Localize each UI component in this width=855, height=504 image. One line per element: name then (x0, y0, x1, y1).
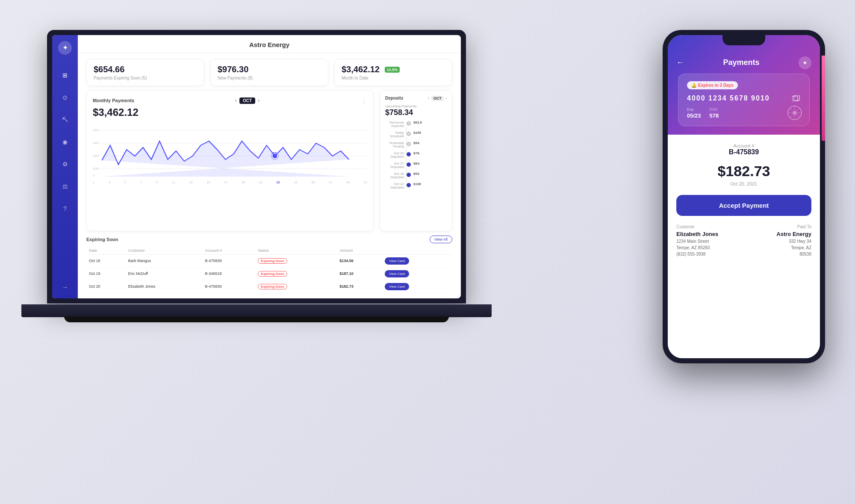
deposits-header: Deposits ‹ OCT › (385, 96, 447, 101)
phone-back-button[interactable]: ← (676, 58, 684, 67)
deposit-item: Oct 16 Deposited $53. (385, 172, 447, 179)
cell-amount: $187.10 (337, 267, 382, 280)
stats-row: $654.66 Payments Expiring Soon (5) $976.… (78, 53, 461, 90)
sidebar-item-bank[interactable]: ⛏ (60, 115, 70, 125)
deposit-dot-deposited (407, 152, 411, 156)
deposit-dot-deposited (407, 173, 411, 177)
cell-status: Expiring Soon (255, 280, 337, 293)
expiring-section: Expiring Soon View All Date Customer Acc… (78, 236, 461, 298)
exp-label: Exp (687, 107, 701, 112)
phone-header-top: ← Payments ✦ (676, 56, 811, 69)
view-card-button[interactable]: View Card (385, 283, 409, 290)
expiring-table: Date Customer Account # Status Amount Oc… (86, 247, 452, 293)
chart-svg: 400 300 200 100 0 22 (93, 122, 367, 177)
logo-icon: ✦ (62, 44, 68, 52)
laptop-foot (64, 316, 449, 322)
stat-card-new: $976.30 New Payments (8) (210, 59, 328, 86)
deposit-item: Tomorrow Expected $62.8 (385, 121, 447, 127)
sidebar: ✦ ⊞ ⊙ ⛏ ◉ ⚙ ⚖ ? → (52, 35, 78, 298)
view-all-button[interactable]: View All (430, 236, 452, 243)
stat-label-new: New Payments (8) (218, 76, 321, 80)
customer-address1: 1234 Main Street (676, 238, 744, 245)
sidebar-item-payments[interactable]: ⊙ (60, 92, 70, 103)
col-date: Date (86, 247, 126, 255)
deposits-next-btn[interactable]: › (445, 96, 447, 100)
sidebar-item-settings[interactable]: ⚙ (60, 159, 70, 169)
cell-action: View Card (382, 254, 452, 267)
view-card-button[interactable]: View Card (385, 270, 409, 277)
deposit-dot-pending (407, 121, 411, 126)
copy-icon[interactable] (792, 95, 801, 101)
svg-text:22: 22 (273, 151, 277, 155)
cell-action: View Card (382, 280, 452, 293)
phone-body-content: Account # B-475839 $182.73 Oct 20, 2021 … (668, 135, 820, 358)
laptop-base (21, 304, 492, 317)
sidebar-item-dashboard[interactable]: ⊞ (60, 70, 70, 80)
cell-customer: Barb Mangus (126, 254, 203, 267)
table-row: Oct 19 Eric McDuff B-346518 Expiring Soo… (86, 267, 452, 280)
status-badge: Expiring Soon (258, 284, 287, 289)
stat-label-mtd: Month to Date (342, 76, 445, 80)
sidebar-item-account[interactable]: ◉ (60, 137, 70, 147)
customer-info: Customer Elizabeth Jones 1234 Main Stree… (676, 224, 811, 257)
sidebar-item-filters[interactable]: ⚖ (60, 181, 70, 192)
customer-address2: Tempe, AZ 85283 (676, 245, 744, 251)
status-badge: Expiring Soon (258, 271, 287, 277)
month-tag: OCT (239, 97, 255, 104)
accept-payment-button[interactable]: Accept Payment (676, 195, 811, 216)
stat-badge-mtd: 12.5% (385, 67, 400, 73)
table-row: Oct 20 Elizabeth Jones B-475839 Expiring… (86, 280, 452, 293)
deposit-item: Today Scheduled $105 (385, 131, 447, 138)
deposit-item: Oct 17 Deposited $84. (385, 162, 447, 168)
svg-text:400: 400 (93, 128, 99, 132)
col-amount: Amount (337, 247, 382, 255)
chart-more-icon[interactable]: ⋮ (360, 97, 367, 105)
col-customer: Customer (126, 247, 203, 255)
phone-notch (722, 35, 765, 45)
customer-phone: (832) 555-3938 (676, 251, 744, 257)
month-prev-button[interactable]: ‹ (235, 97, 237, 103)
cell-date: Oct 20 (86, 280, 126, 293)
exp-value: 05/23 (687, 112, 701, 119)
deposits-month-nav: ‹ OCT › (428, 96, 447, 101)
month-nav: ‹ OCT › (235, 97, 259, 104)
sidebar-logout[interactable]: → (60, 282, 70, 292)
table-row: Oct 18 Barb Mangus B-475839 Expiring Soo… (86, 254, 452, 267)
deposit-dot-pending (407, 142, 411, 146)
expiring-header: Expiring Soon View All (86, 236, 452, 243)
laptop-body: ✦ ⊞ ⊙ ⛏ ◉ ⚙ ⚖ ? → Astro Energy (47, 30, 466, 304)
cell-status: Expiring Soon (255, 267, 337, 280)
payment-date: Oct 20, 2021 (676, 181, 811, 186)
cell-status: Expiring Soon (255, 254, 337, 267)
deposits-month-tag: OCT (431, 96, 444, 101)
stat-card-mtd: $3,462.12 12.5% Month to Date (334, 59, 452, 86)
cell-customer: Eric McDuff (126, 267, 203, 280)
deposit-dot-deposited (407, 162, 411, 167)
chart-panel: Monthly Payments ‹ OCT › ⋮ $3,462.12 (86, 90, 374, 231)
account-label: Account # (676, 143, 811, 148)
main-content: Astro Energy $654.66 Payments Expiring S… (78, 35, 461, 298)
chart-section: Monthly Payments ‹ OCT › ⋮ $3,462.12 (78, 90, 461, 236)
deposit-upcoming-label: Upcoming Payments (385, 104, 447, 108)
col-account: Account # (202, 247, 255, 255)
customer-col-left: Customer Elizabeth Jones 1234 Main Stree… (676, 224, 744, 257)
col-status: Status (255, 247, 337, 255)
app-logo[interactable]: ✦ (58, 41, 72, 55)
month-next-button[interactable]: › (258, 97, 259, 103)
sidebar-item-help[interactable]: ? (60, 203, 70, 214)
deposits-title: Deposits (385, 96, 403, 100)
phone-header: ← Payments ✦ 🔔 Expires in 3 Days (668, 35, 820, 135)
table-header-row: Date Customer Account # Status Amount (86, 247, 452, 255)
cell-account: B-346518 (202, 267, 255, 280)
deposits-prev-btn[interactable]: ‹ (428, 96, 429, 100)
svg-text:300: 300 (93, 141, 99, 145)
laptop: ✦ ⊞ ⊙ ⛏ ◉ ⚙ ⚖ ? → Astro Energy (21, 17, 513, 466)
cell-date: Oct 18 (86, 254, 126, 267)
customer-label: Customer (676, 224, 744, 229)
payment-amount: $182.73 (676, 163, 811, 180)
phone-logo-icon: ✦ (802, 59, 808, 66)
view-card-button[interactable]: View Card (385, 257, 409, 265)
expires-badge: 🔔 Expires in 3 Days (687, 81, 738, 89)
cell-amount: $134.56 (337, 254, 382, 267)
cell-account: B-475839 (202, 254, 255, 267)
